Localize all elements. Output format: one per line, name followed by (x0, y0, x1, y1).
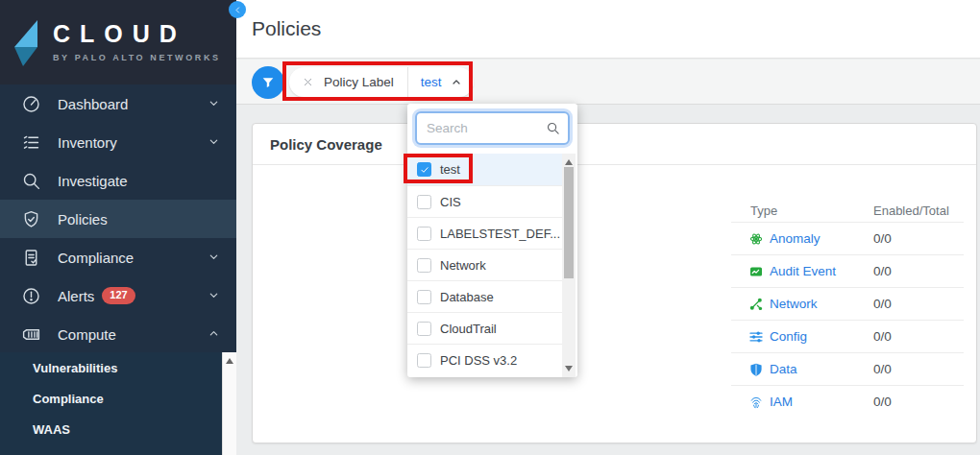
submenu-item-vulnerabilities[interactable]: Vulnerabilities (0, 352, 236, 383)
scroll-up-arrow-icon[interactable] (226, 358, 233, 364)
enabled-total-value: 0/0 (873, 329, 892, 344)
sidebar-item-label: Dashboard (58, 96, 208, 112)
submenu-scrollbar[interactable] (222, 352, 236, 455)
sidebar-item-dashboard[interactable]: Dashboard (0, 84, 236, 123)
table-row-iam: IAM 0/0 (731, 385, 964, 418)
container-icon (19, 323, 42, 346)
policy-type-link[interactable]: Data (770, 362, 797, 376)
table-row-anomaly: Anomaly 0/0 (731, 222, 964, 254)
option-label: LABELSTEST_DEF... (440, 227, 560, 241)
chevron-down-icon (208, 133, 219, 151)
policy-type-link[interactable]: Network (770, 297, 818, 311)
network-icon (748, 297, 763, 311)
scroll-up-arrow-icon[interactable] (565, 159, 573, 165)
policy-type-link[interactable]: Anomaly (770, 231, 821, 246)
sidebar-item-alerts[interactable]: Alerts 127 (0, 276, 236, 315)
brand-tagline: BY PALO ALTO NETWORKS (53, 53, 221, 62)
table-row-config: Config 0/0 (731, 320, 964, 352)
prism-logo-icon (12, 18, 39, 66)
sidebar-item-compute[interactable]: Compute (0, 315, 236, 353)
enabled-total-value: 0/0 (873, 264, 892, 278)
filter-chip-policy-label[interactable]: Policy Label test (289, 67, 474, 97)
sidebar-item-investigate[interactable]: Investigate (0, 161, 236, 200)
submenu-item-label: Compliance (33, 392, 104, 406)
clipboard-check-icon (19, 246, 42, 269)
sidebar-item-label: Policies (58, 211, 219, 228)
sidebar-item-label: Investigate (58, 173, 219, 189)
sidebar-nav: Dashboard Inventory Investigate (0, 84, 236, 353)
main-content: Policies Policy Label test (236, 0, 980, 455)
sidebar-item-inventory[interactable]: Inventory (0, 123, 236, 161)
dropdown-option-list: test CIS LABELSTEST_DEF... Network Datab… (407, 154, 562, 375)
chevron-up-icon[interactable] (451, 77, 462, 88)
submenu-item-label: Vulnerabilities (33, 361, 117, 375)
sidebar-collapse-button[interactable] (229, 1, 246, 18)
dropdown-option-labelstest-def[interactable]: LABELSTEST_DEF... (407, 217, 562, 249)
page-header: Policies (236, 0, 980, 59)
filter-chip-label: Policy Label (324, 75, 394, 89)
brand-name: CLOUD (53, 22, 221, 46)
anomaly-icon (748, 231, 763, 246)
policy-type-link[interactable]: Audit Event (770, 264, 836, 278)
policy-label-dropdown: test CIS LABELSTEST_DEF... Network Datab… (407, 104, 577, 377)
magnifier-icon (19, 169, 42, 192)
data-shield-icon (748, 362, 763, 376)
filter-button[interactable] (252, 66, 284, 99)
checkbox-icon[interactable] (417, 258, 431, 273)
fingerprint-icon (748, 395, 763, 409)
sidebar-item-policies[interactable]: Policies (0, 200, 236, 238)
checkbox-icon[interactable] (417, 195, 431, 209)
audit-event-icon (748, 264, 763, 278)
sidebar-item-label: Alerts (58, 288, 94, 304)
submenu-item-waas[interactable]: WAAS (0, 414, 236, 444)
dropdown-option-database[interactable]: Database (407, 280, 562, 312)
prisma-cloud-app: CLOUD BY PALO ALTO NETWORKS Dashboard In… (0, 0, 980, 455)
checkbox-icon[interactable] (417, 227, 431, 241)
enabled-total-value: 0/0 (873, 395, 892, 409)
chevron-down-icon (208, 249, 219, 266)
option-label: CIS (440, 195, 461, 209)
filter-chip-value[interactable]: test (421, 75, 442, 89)
dropdown-option-pci-dss[interactable]: PCI DSS v3.2 (407, 344, 562, 375)
policy-type-link[interactable]: IAM (770, 395, 793, 409)
table-row-network: Network 0/0 (731, 287, 964, 320)
sidebar-item-compliance[interactable]: Compliance (0, 238, 236, 276)
scrollbar-thumb[interactable] (564, 167, 574, 278)
dropdown-option-network[interactable]: Network (407, 249, 562, 280)
enabled-total-value: 0/0 (873, 231, 892, 246)
dropdown-option-cloudtrail[interactable]: CloudTrail (407, 312, 562, 344)
table-row-data: Data 0/0 (731, 352, 964, 385)
checkbox-checked-icon[interactable] (417, 162, 431, 177)
alert-circle-icon (19, 284, 42, 307)
checkbox-icon[interactable] (417, 322, 431, 336)
checkbox-icon[interactable] (417, 290, 431, 304)
dropdown-option-test[interactable]: test (407, 154, 562, 185)
sidebar-item-label: Compliance (58, 250, 208, 266)
close-icon[interactable] (303, 77, 313, 87)
submenu-item-label: WAAS (33, 422, 70, 437)
content-area: Policy Coverage Type Enabled/Total (236, 105, 980, 455)
enabled-total-value: 0/0 (873, 362, 892, 376)
submenu-item-compliance[interactable]: Compliance (0, 383, 236, 414)
alerts-count-badge: 127 (102, 287, 135, 303)
chevron-down-icon (208, 287, 219, 304)
scroll-down-arrow-icon[interactable] (565, 366, 573, 371)
option-label: Network (440, 258, 486, 273)
dropdown-option-cis[interactable]: CIS (407, 185, 562, 217)
policy-type-table: Type Enabled/Total (731, 199, 964, 418)
option-label: PCI DSS v3.2 (440, 353, 517, 368)
table-header-row: Type Enabled/Total (731, 199, 964, 222)
dropdown-scrollbar[interactable] (562, 154, 576, 377)
dropdown-search (407, 104, 577, 151)
checkbox-icon[interactable] (417, 353, 431, 368)
policy-type-link[interactable]: Config (770, 329, 807, 344)
enabled-total-value: 0/0 (873, 297, 892, 311)
chevron-down-icon (208, 95, 219, 112)
checklist-icon (19, 131, 42, 154)
option-label: test (440, 162, 460, 177)
shield-check-icon (19, 207, 42, 230)
column-header-type: Type (731, 204, 873, 218)
option-label: Database (440, 290, 494, 304)
sidebar-item-label: Compute (58, 326, 208, 343)
filter-bar: Policy Label test (236, 60, 980, 105)
